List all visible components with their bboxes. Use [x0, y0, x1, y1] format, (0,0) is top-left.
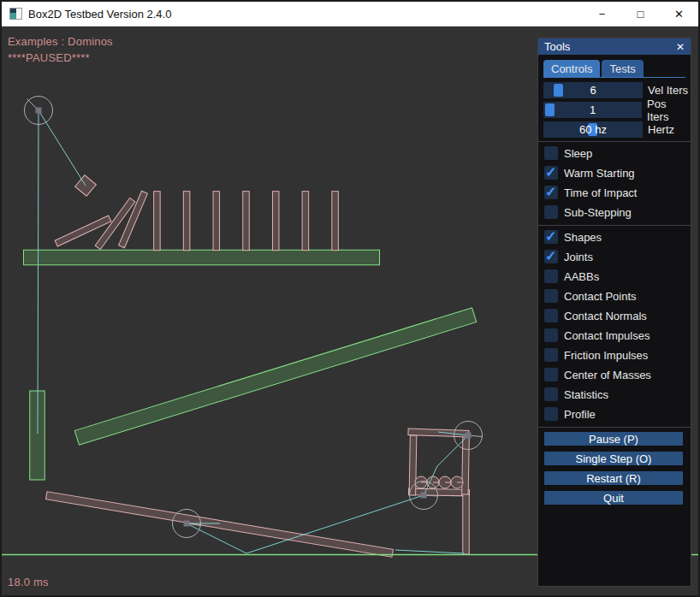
checkbox-checked[interactable]: ✓ [544, 186, 558, 199]
checkbox-row-statistics[interactable]: Statistics [544, 387, 691, 401]
joint-anchor-point [466, 433, 472, 439]
slider-label: Hertz [648, 123, 674, 136]
slider-pos-iters[interactable]: 1 [543, 102, 642, 118]
pedestal-body [30, 391, 45, 480]
tools-window-title: Tools [544, 40, 570, 53]
window-title: Box2D Testbed Version 2.4.0 [28, 8, 171, 21]
checkbox-row-sleep[interactable]: Sleep [544, 146, 691, 160]
checkbox-unchecked[interactable] [544, 348, 558, 362]
slider-label: Pos Iters [647, 98, 691, 123]
example-label: Examples : Dominos [8, 35, 113, 48]
domino-6-body[interactable] [243, 192, 250, 251]
cart-lid-body[interactable] [408, 429, 469, 437]
slider-row-hertz: 60 hzHertz [543, 121, 691, 138]
cart-right-wall-body[interactable] [462, 435, 470, 495]
checkbox-unchecked[interactable] [544, 289, 558, 303]
checkbox-row-time-of-impact[interactable]: ✓Time of Impact [544, 186, 691, 199]
slider-value: 60 hz [543, 121, 643, 138]
restart-r-button[interactable]: Restart (R) [544, 471, 683, 485]
tab-tests[interactable]: Tests [602, 60, 643, 77]
app-icon [9, 8, 22, 20]
checkbox-checked[interactable]: ✓ [544, 166, 558, 180]
domino-8-body[interactable] [302, 192, 309, 251]
slider-row-vel-iters: 6Vel Iters [543, 82, 691, 98]
checkbox-label: Time of Impact [564, 186, 637, 199]
checkbox-row-center-of-masses[interactable]: Center of Masses [544, 368, 691, 381]
cart-bottom-body[interactable] [408, 488, 469, 496]
frame-time-label: 18.0 ms [8, 576, 49, 588]
tools-window-titlebar[interactable]: Tools ✕ [538, 38, 691, 55]
window-controls: − □ ✕ [583, 2, 698, 26]
domino-9-body[interactable] [332, 192, 339, 251]
hanging-rod-body[interactable] [463, 494, 470, 554]
slider-value: 1 [543, 102, 642, 118]
slider-row-pos-iters: 1Pos Iters [543, 102, 691, 118]
checkbox-row-sub-stepping[interactable]: Sub-Stepping [544, 205, 691, 219]
pause-p-button[interactable]: Pause (P) [544, 432, 683, 446]
checkbox-unchecked[interactable] [544, 387, 558, 401]
checkbox-unchecked[interactable] [544, 269, 558, 283]
checkbox-label: Contact Points [564, 290, 637, 303]
tools-window: Tools ✕ ControlsTests 6Vel Iters1Pos Ite… [537, 38, 691, 587]
checkbox-label: Center of Masses [564, 369, 651, 381]
separator [538, 141, 691, 142]
joint-anchor-point [36, 108, 42, 114]
checkbox-row-contact-normals[interactable]: Contact Normals [544, 309, 691, 322]
check-icon: ✓ [545, 228, 556, 245]
check-icon: ✓ [545, 164, 556, 180]
slider-hertz[interactable]: 60 hz [543, 121, 643, 138]
checkbox-row-contact-impulses[interactable]: Contact Impulses [544, 328, 691, 342]
joint-anchor-point [421, 493, 427, 499]
minimize-button[interactable]: − [583, 2, 621, 26]
checkbox-row-joints[interactable]: ✓Joints [544, 250, 691, 263]
checkbox-label: Friction Impulses [564, 349, 648, 362]
close-button[interactable]: ✕ [660, 2, 698, 26]
domino-4-body[interactable] [183, 192, 190, 251]
domino-5-body[interactable] [213, 192, 219, 251]
domino-3-body[interactable] [154, 192, 161, 251]
checkbox-unchecked[interactable] [544, 368, 558, 381]
checkbox-row-friction-impulses[interactable]: Friction Impulses [544, 348, 691, 362]
slider-vel-iters[interactable]: 6 [543, 82, 643, 98]
maximize-button[interactable]: □ [621, 2, 660, 26]
checkbox-label: Profile [564, 408, 596, 421]
checkbox-row-aabbs[interactable]: AABBs [544, 269, 691, 283]
ramp-body [74, 308, 476, 445]
checkbox-unchecked[interactable] [544, 309, 558, 322]
checkbox-unchecked[interactable] [544, 328, 558, 342]
checkbox-checked[interactable]: ✓ [544, 250, 558, 263]
checkbox-label: Joints [564, 251, 593, 263]
checkbox-label: Contact Impulses [564, 329, 650, 342]
checkbox-label: Sleep [564, 147, 592, 160]
tab-controls[interactable]: Controls [543, 60, 600, 77]
slider-label: Vel Iters [648, 84, 688, 97]
checkbox-label: AABBs [564, 270, 599, 283]
tab-bar: ControlsTests [543, 60, 685, 78]
domino-7-body[interactable] [272, 192, 279, 251]
separator [538, 225, 691, 226]
checkbox-unchecked[interactable] [544, 205, 558, 219]
window-titlebar[interactable]: Box2D Testbed Version 2.4.0 − □ ✕ [2, 2, 698, 27]
separator [538, 427, 691, 428]
checkbox-row-warm-starting[interactable]: ✓Warm Starting [544, 166, 691, 180]
quit-button[interactable]: Quit [544, 491, 683, 505]
checkbox-row-shapes[interactable]: ✓Shapes [544, 230, 691, 244]
joint-line [38, 110, 39, 434]
seesaw-plank-body[interactable] [46, 492, 394, 558]
joint-anchor-point [184, 521, 190, 527]
platform-body [24, 250, 380, 265]
checkbox-label: Statistics [564, 388, 608, 401]
checkbox-checked[interactable]: ✓ [544, 230, 558, 244]
domino-2-body[interactable] [119, 191, 148, 247]
tools-close-icon[interactable]: ✕ [676, 42, 685, 52]
checkbox-unchecked[interactable] [544, 407, 558, 421]
checkbox-unchecked[interactable] [544, 146, 558, 160]
check-icon: ✓ [545, 184, 556, 200]
checkbox-label: Contact Normals [564, 310, 647, 322]
checkbox-row-profile[interactable]: Profile [544, 407, 691, 421]
checkbox-label: Sub-Stepping [564, 206, 632, 219]
checkbox-label: Shapes [564, 231, 602, 244]
checkbox-row-contact-points[interactable]: Contact Points [544, 289, 691, 303]
single-step-o-button[interactable]: Single Step (O) [544, 452, 683, 465]
checkbox-label: Warm Starting [564, 167, 635, 180]
